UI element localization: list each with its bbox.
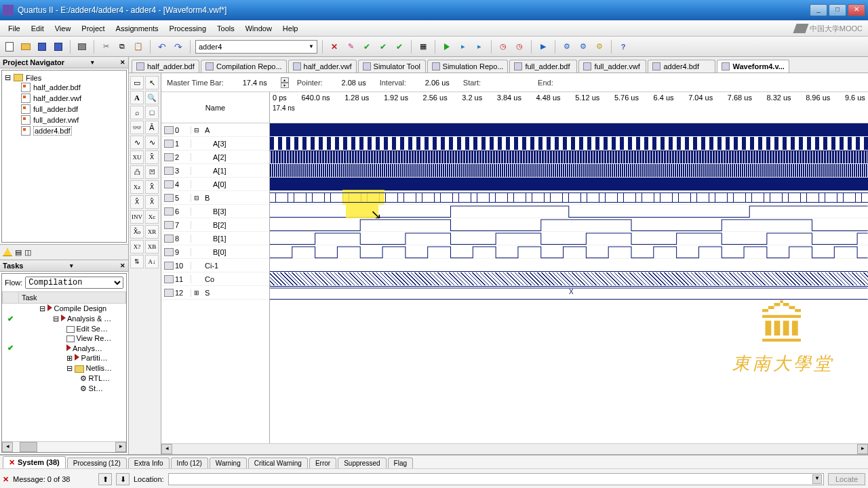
signal-row[interactable]: 11Co — [161, 272, 269, 286]
project-selector[interactable]: adder4 ▼ — [195, 40, 317, 54]
dock-button[interactable]: ▾ — [91, 59, 94, 66]
close-icon[interactable]: ✕ — [9, 458, 15, 466]
wave-B0[interactable] — [270, 245, 868, 259]
task-hscroll[interactable]: ◂ ▸ — [2, 441, 126, 452]
inv-tool[interactable]: INV — [130, 210, 144, 224]
close-icon[interactable]: ✕ — [3, 475, 9, 484]
gear3-button[interactable]: ⚙ — [593, 40, 606, 54]
signal-row[interactable]: 4A[0] — [161, 178, 269, 191]
file-item[interactable]: full_adder.vwf — [5, 115, 123, 125]
sort2-tool[interactable]: A↓ — [145, 255, 159, 268]
play3-button[interactable]: ▸ — [473, 40, 486, 54]
signal-row[interactable]: 3A[1] — [161, 164, 269, 178]
rand-tool[interactable]: XR — [145, 225, 159, 239]
xw-tool[interactable]: X̄ — [145, 180, 159, 194]
menu-edit[interactable]: Edit — [26, 23, 50, 34]
timer2-button[interactable]: ◷ — [513, 40, 526, 54]
play-button[interactable] — [440, 40, 454, 54]
wave2-tool[interactable]: ∿ — [145, 136, 159, 149]
scroll-left-button[interactable]: ◂ — [2, 442, 13, 452]
wave-A0[interactable] — [270, 178, 868, 191]
document-tab[interactable]: adder4.bdf — [648, 60, 715, 73]
clock-tool[interactable]: X̄o — [130, 225, 144, 239]
check3-button[interactable]: ✔ — [393, 40, 406, 54]
signal-row[interactable]: 0⊟A — [161, 123, 269, 137]
wave-B[interactable] — [270, 191, 868, 205]
wave-S[interactable]: X — [270, 286, 868, 300]
msgtab-flag[interactable]: Flag — [388, 458, 413, 468]
wand-button[interactable]: ✎ — [344, 40, 357, 54]
full-screen-tool[interactable]: □ — [145, 106, 159, 119]
scroll-thumb[interactable] — [20, 442, 37, 452]
scroll-right-button[interactable]: ▸ — [115, 442, 126, 452]
open-button[interactable] — [19, 40, 33, 54]
file-item[interactable]: half_adder.vwf — [5, 93, 123, 104]
warning-icon[interactable] — [3, 248, 12, 256]
document-tab[interactable]: half_adder.vwf — [288, 60, 357, 73]
timer1-button[interactable]: ◷ — [496, 40, 510, 54]
wave-Ci1[interactable] — [270, 259, 868, 272]
wave-A2[interactable] — [270, 150, 868, 164]
msgtab-warning[interactable]: Warning — [210, 458, 247, 468]
flow-select[interactable]: Compilation — [25, 277, 123, 289]
signal-row[interactable]: 8B[1] — [161, 232, 269, 245]
document-tab[interactable]: Waveform4.v... — [717, 60, 789, 73]
scroll-left-button[interactable]: ◂ — [161, 444, 172, 454]
sim-play-button[interactable]: ▶ — [536, 40, 550, 54]
menu-project[interactable]: Project — [76, 23, 110, 34]
minimize-button[interactable]: _ — [810, 4, 827, 16]
mtb-spinner[interactable]: ▴▾ — [281, 77, 289, 88]
document-tab[interactable]: Compilation Repo... — [201, 60, 287, 73]
wave-B3[interactable] — [270, 205, 868, 218]
design-icon[interactable]: ◫ — [24, 248, 31, 257]
maximize-button[interactable]: □ — [829, 4, 846, 16]
scroll-track[interactable] — [172, 444, 857, 454]
document-tab[interactable]: full_adder.vwf — [578, 60, 646, 73]
xh-tool[interactable]: X̄ — [130, 195, 144, 209]
new-file-button[interactable] — [3, 40, 16, 54]
dropdown-arrow-icon[interactable]: ▼ — [812, 474, 822, 484]
location-input[interactable]: ▼ — [168, 473, 824, 485]
expand-icon[interactable]: ⊟ — [191, 195, 202, 201]
binocular-tool[interactable]: 👓 — [130, 121, 144, 134]
xb-tool[interactable]: XB — [145, 240, 159, 253]
wave-B1[interactable] — [270, 232, 868, 245]
msgtab-system[interactable]: ✕System (38) — [3, 456, 66, 468]
panel-close-button[interactable]: ✕ — [120, 59, 125, 66]
locate-button[interactable]: Locate — [828, 473, 865, 485]
text-tool[interactable]: A — [130, 91, 144, 104]
force0-tool[interactable]: 凸 — [130, 165, 144, 179]
next-msg-button[interactable]: ⬇ — [116, 473, 130, 485]
wave-Co[interactable] — [270, 272, 868, 286]
save-all-button[interactable] — [52, 40, 65, 54]
signal-row[interactable]: 2A[2] — [161, 150, 269, 164]
expand-icon[interactable]: ⊟ — [191, 127, 202, 134]
signal-row[interactable]: 1A[3] — [161, 137, 269, 150]
waveform-hscroll[interactable]: ◂ ▸ — [161, 443, 868, 454]
xdc-tool[interactable]: X̄ — [145, 195, 159, 209]
signal-row[interactable]: 10Ci-1 — [161, 259, 269, 272]
msgtab-info[interactable]: Info (12) — [171, 458, 208, 468]
panel-close-button[interactable]: ✕ — [120, 262, 125, 269]
msgtab-extra[interactable]: Extra Info — [128, 458, 170, 468]
document-tab[interactable]: Simulator Tool — [358, 60, 426, 73]
signal-row[interactable]: 7B[2] — [161, 218, 269, 232]
file-item-selected[interactable]: adder4.bdf — [5, 125, 123, 136]
msgtab-suppressed[interactable]: Suppressed — [338, 458, 386, 468]
gear2-button[interactable]: ⚙ — [576, 40, 590, 54]
menu-window[interactable]: Window — [240, 23, 277, 34]
document-tab[interactable]: half_adder.bdf — [132, 60, 199, 73]
play2-button[interactable]: ▸ — [456, 40, 470, 54]
menu-help[interactable]: Help — [277, 23, 304, 34]
chip-button[interactable]: ▦ — [416, 40, 430, 54]
document-tab[interactable]: full_adder.bdf — [509, 60, 577, 73]
close-button[interactable]: ✕ — [848, 4, 865, 16]
msgtab-processing[interactable]: Processing (12) — [67, 458, 127, 468]
paste-button[interactable]: 📋 — [132, 40, 145, 54]
zoom-tool[interactable]: 🔍 — [145, 91, 159, 104]
document-tab[interactable]: Simulation Repo... — [427, 60, 509, 73]
wave-B2[interactable] — [270, 218, 868, 232]
hierarchy-icon[interactable]: ▤ — [15, 248, 22, 257]
signal-row[interactable]: 9B[0] — [161, 245, 269, 259]
project-navigator-tree[interactable]: ⊟ Files half_adder.bdf half_adder.vwf fu… — [1, 70, 127, 243]
